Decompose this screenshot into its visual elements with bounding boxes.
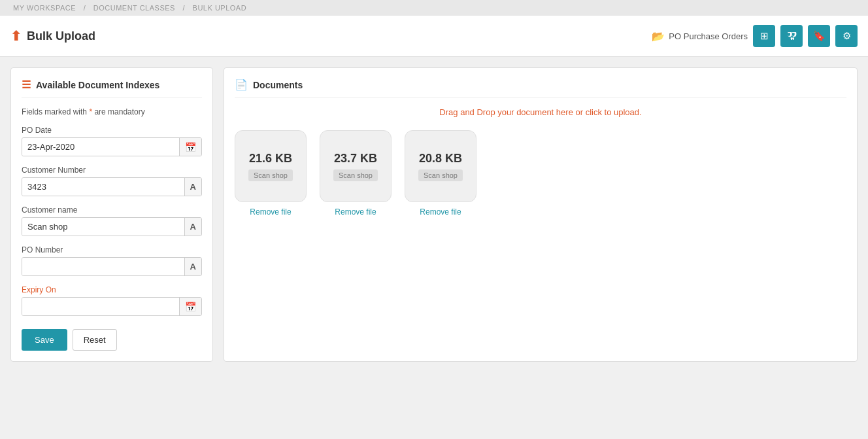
customer-number-field: Customer Number A [22, 166, 202, 196]
file-thumbnail-1: 21.6 KB Scan shop [235, 130, 307, 202]
documents-panel-title: 📄 Documents [235, 79, 846, 98]
reset-button[interactable]: Reset [73, 329, 117, 351]
po-number-field: PO Number A [22, 245, 202, 276]
customer-number-input-wrapper: A [22, 177, 202, 196]
breadcrumb-item-doc-classes[interactable]: DOCUMENT CLASSES [93, 4, 175, 12]
file-size-1: 21.6 KB [249, 152, 292, 166]
file-name-label-2: Scan shop [333, 169, 378, 181]
po-number-input[interactable] [22, 258, 184, 275]
files-grid: 21.6 KB Scan shop Remove file 23.7 KB Sc… [235, 130, 846, 217]
file-name-label-1: Scan shop [248, 169, 293, 181]
customer-name-label: Customer name [22, 205, 202, 215]
dashboard-button[interactable]: ⚙ [835, 25, 858, 47]
form-actions: Save Reset [22, 329, 202, 351]
folder-label-area: 📂 PO Purchase Orders [652, 30, 748, 43]
po-number-input-wrapper: A [22, 257, 202, 276]
po-date-label: PO Date [22, 126, 202, 135]
grid-view-button[interactable]: ⊞ [753, 25, 775, 47]
file-thumbnail-2: 23.7 KB Scan shop [320, 130, 392, 202]
file-card-2: 23.7 KB Scan shop Remove file [320, 130, 392, 217]
expiry-on-input[interactable] [22, 298, 179, 315]
customer-name-autocomplete-button[interactable]: A [184, 218, 201, 236]
save-button[interactable]: Save [22, 329, 67, 351]
file-thumbnail-3: 20.8 KB Scan shop [405, 130, 476, 202]
po-date-field: PO Date 📅 [22, 126, 202, 156]
expiry-on-input-wrapper: 📅 [22, 297, 202, 316]
document-indexes-panel: ☰ Available Document Indexes Fields mark… [10, 67, 213, 362]
file-card-1: 21.6 KB Scan shop Remove file [235, 130, 307, 217]
expiry-on-label: Expiry On [22, 285, 202, 294]
mandatory-note: Fields marked with * are mandatory [22, 107, 202, 116]
bookmark-button[interactable]: 🔖 [808, 25, 830, 47]
customer-number-input[interactable] [22, 178, 184, 196]
page-title: Bulk Upload [27, 29, 95, 43]
remove-file-button-3[interactable]: Remove file [420, 207, 461, 217]
customer-name-input-wrapper: A [22, 217, 202, 236]
customer-name-field: Customer name A [22, 205, 202, 236]
panel-title: ☰ Available Document Indexes [22, 79, 202, 98]
breadcrumb-separator: / [182, 4, 185, 12]
expiry-on-calendar-button[interactable]: 📅 [179, 298, 201, 315]
header-toolbar: 📂 PO Purchase Orders ⊞ 🔖 ⚙ [652, 25, 858, 47]
customer-number-autocomplete-button[interactable]: A [184, 178, 201, 196]
file-size-2: 23.7 KB [334, 152, 377, 166]
documents-panel: 📄 Documents Drag and Drop your document … [224, 67, 858, 362]
file-name-label-3: Scan shop [418, 169, 463, 181]
remove-file-button-1[interactable]: Remove file [250, 207, 291, 217]
po-number-label: PO Number [22, 245, 202, 255]
po-date-input[interactable] [22, 138, 179, 156]
documents-title-text: Documents [253, 80, 303, 90]
folder-label-text: PO Purchase Orders [669, 31, 748, 41]
upload-icon: ⬆ [10, 28, 22, 44]
breadcrumb-item-workspace[interactable]: MY WORKSPACE [13, 4, 76, 12]
po-date-input-wrapper: 📅 [22, 137, 202, 156]
po-number-autocomplete-button[interactable]: A [184, 258, 201, 275]
breadcrumb: MY WORKSPACE / DOCUMENT CLASSES / BULK U… [0, 0, 868, 16]
drop-area-text[interactable]: Drag and Drop your document here or clic… [235, 107, 846, 117]
file-card-3: 20.8 KB Scan shop Remove file [405, 130, 476, 217]
binoculars-button[interactable] [780, 25, 803, 47]
file-size-3: 20.8 KB [419, 152, 462, 166]
expiry-on-field: Expiry On 📅 [22, 285, 202, 316]
remove-file-button-2[interactable]: Remove file [335, 207, 376, 217]
breadcrumb-separator: / [84, 4, 86, 12]
document-icon: 📄 [235, 79, 248, 91]
list-icon: ☰ [22, 79, 31, 91]
customer-number-label: Customer Number [22, 166, 202, 175]
asterisk: * [89, 107, 92, 116]
customer-name-input[interactable] [22, 218, 184, 236]
page-header: ⬆ Bulk Upload 📂 PO Purchase Orders ⊞ 🔖 ⚙ [0, 16, 868, 57]
breadcrumb-item-bulk-upload: BULK UPLOAD [193, 4, 247, 12]
page-title-area: ⬆ Bulk Upload [10, 28, 95, 44]
panel-title-text: Available Document Indexes [36, 80, 159, 90]
po-date-calendar-button[interactable]: 📅 [179, 138, 201, 156]
main-content: ☰ Available Document Indexes Fields mark… [0, 57, 868, 372]
folder-icon: 📂 [652, 30, 665, 43]
